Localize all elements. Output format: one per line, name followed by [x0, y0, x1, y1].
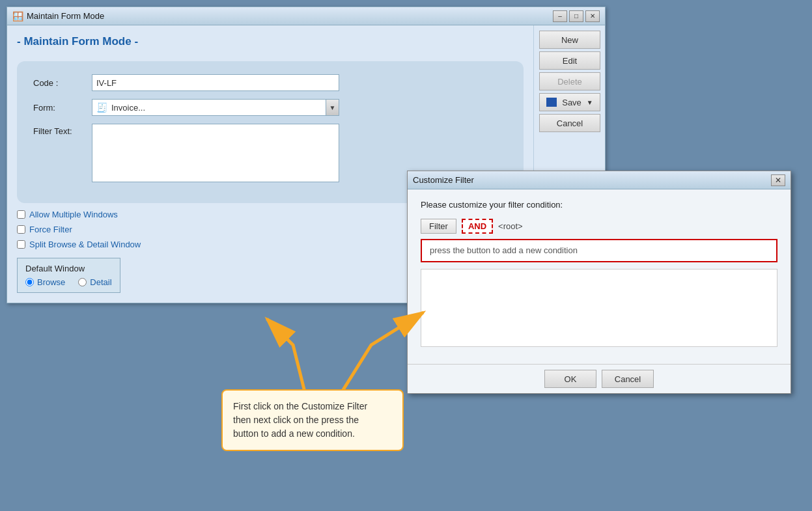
default-window-label: Default Window: [25, 264, 112, 273]
and-button[interactable]: AND: [462, 219, 493, 234]
force-filter-label: Force Filter: [29, 225, 72, 234]
minimize-button[interactable]: –: [553, 10, 567, 22]
browse-radio[interactable]: [25, 278, 34, 286]
dialog-close-button[interactable]: ✕: [771, 174, 785, 186]
main-window-title: Maintain Form Mode: [27, 11, 104, 21]
browse-radio-text: Browse: [37, 277, 65, 287]
code-label: Code :: [33, 78, 85, 88]
main-window-icon: 🪟: [12, 11, 23, 21]
dialog-content: Please customize your filter condition: …: [408, 189, 791, 364]
force-filter-checkbox[interactable]: [17, 225, 25, 234]
browse-radio-label[interactable]: Browse: [25, 277, 65, 287]
dialog-cancel-button[interactable]: Cancel: [602, 370, 654, 388]
dropdown-arrow-icon[interactable]: ▼: [326, 100, 339, 115]
form-label: Form:: [33, 103, 85, 113]
ok-button[interactable]: OK: [544, 370, 596, 388]
dialog-footer: OK Cancel: [408, 364, 791, 393]
detail-radio-text: Detail: [90, 277, 111, 287]
main-titlebar: 🪟 Maintain Form Mode – □ ✕: [7, 7, 605, 25]
filter-condition-box[interactable]: press the button to add a new condition: [421, 239, 777, 262]
tooltip-text: First click on the Customize Filterthen …: [233, 401, 367, 439]
cancel-button[interactable]: Cancel: [539, 114, 600, 132]
dialog-titlebar: Customize Filter ✕: [408, 171, 791, 189]
window-controls: – □ ✕: [553, 10, 600, 22]
new-button[interactable]: New: [539, 31, 600, 49]
restore-button[interactable]: □: [569, 10, 583, 22]
code-row: Code :: [33, 74, 507, 91]
filter-tabs-row: Filter AND <root>: [421, 219, 777, 234]
allow-multiple-windows-checkbox[interactable]: [17, 210, 25, 219]
detail-radio-label[interactable]: Detail: [78, 277, 111, 287]
save-icon: [546, 98, 557, 107]
form-row: Form: 🧾 Invoice... ▼: [33, 99, 507, 116]
edit-button[interactable]: Edit: [539, 51, 600, 70]
dialog-title: Customize Filter: [413, 175, 474, 185]
form-select-box[interactable]: 🧾 Invoice... ▼: [92, 99, 339, 116]
close-button[interactable]: ✕: [585, 10, 600, 22]
filter-empty-area: [421, 269, 777, 347]
split-browse-label: Split Browse & Detail Window: [29, 240, 141, 249]
split-browse-checkbox[interactable]: [17, 240, 25, 249]
save-dropdown-arrow[interactable]: ▼: [587, 99, 593, 106]
detail-radio[interactable]: [78, 278, 87, 286]
allow-multiple-windows-label: Allow Multiple Windows: [29, 210, 118, 219]
save-button[interactable]: Save ▼: [539, 93, 600, 111]
filter-tab[interactable]: Filter: [421, 219, 456, 234]
default-window-box: Default Window Browse Detail: [17, 258, 120, 293]
root-label: <root>: [498, 221, 523, 231]
code-input[interactable]: [92, 74, 339, 91]
save-label: Save: [562, 98, 581, 107]
dialog-instruction: Please customize your filter condition:: [421, 200, 777, 210]
filter-text-label: Filter Text:: [33, 124, 85, 136]
filter-text-input[interactable]: [92, 124, 339, 182]
customize-filter-dialog: Customize Filter ✕ Please customize your…: [407, 171, 791, 394]
title-left: 🪟 Maintain Form Mode: [12, 11, 104, 21]
tooltip-box: First click on the Customize Filterthen …: [221, 389, 404, 451]
form-select-value: Invoice...: [111, 103, 335, 113]
radio-group: Browse Detail: [25, 277, 112, 287]
delete-button[interactable]: Delete: [539, 72, 600, 90]
form-title: - Maintain Form Mode -: [17, 35, 524, 48]
condition-text: press the button to add a new condition: [430, 245, 578, 255]
